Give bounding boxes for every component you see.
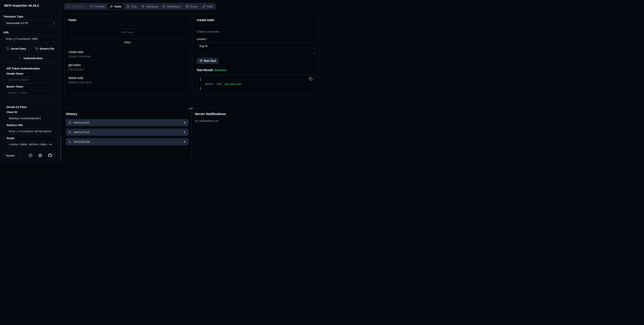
- tab-ping[interactable]: Ping: [124, 4, 139, 9]
- run-tool-button[interactable]: Run Tool: [196, 58, 218, 64]
- history-item-label: 3. tools/call: [69, 121, 90, 124]
- copy-result-button[interactable]: [309, 77, 312, 80]
- main-area: Resources Prompts Tools: [61, 0, 322, 162]
- copy-icon: [309, 77, 312, 80]
- tool-detail-description: Create a new todo: [196, 30, 315, 33]
- api-token-auth-title: API Token Authentication: [6, 67, 55, 70]
- history-item-label: 1. initialize: [69, 140, 90, 143]
- tool-list-item-get-todos[interactable]: get-todos List all todos: [68, 63, 186, 71]
- sidebar-footer: System: [0, 149, 61, 162]
- tool-detail-panel: create-todo Create a new todo content * …: [193, 14, 319, 96]
- footer-icons: [22, 154, 58, 158]
- tab-label: Auth: [207, 5, 213, 8]
- server-entry-label: Server Entry: [11, 47, 26, 50]
- message-square-icon: [163, 5, 166, 8]
- tool-result-label: Tool Result:: [196, 68, 214, 72]
- hash-icon: [142, 5, 144, 8]
- tool-list: create-todo Create a new todo get-todos …: [68, 50, 186, 84]
- notifications-empty-text: No notifications yet: [195, 119, 318, 122]
- json-body: error:"Not implemented": [200, 82, 312, 86]
- list-tools-button[interactable]: List Tools: [68, 29, 186, 36]
- message-square-icon: [90, 5, 93, 8]
- servers-file-label: Servers File: [40, 47, 54, 50]
- tool-description: List all todos: [68, 68, 186, 71]
- history-item-initialize[interactable]: 1. initialize: [66, 138, 188, 145]
- header-name-input[interactable]: [6, 77, 55, 83]
- tab-label: Roots: [190, 5, 198, 8]
- tab-label: Elicitations: [167, 5, 180, 8]
- transport-type-select[interactable]: Streamable HTTP: [3, 20, 58, 26]
- files-icon: [67, 5, 70, 8]
- tab-prompts[interactable]: Prompts: [88, 4, 107, 9]
- client-id-label: Client ID: [6, 111, 55, 114]
- tab-roots[interactable]: Roots: [183, 4, 200, 9]
- content-input[interactable]: Say Hi: [196, 42, 315, 54]
- tab-label: Ping: [131, 5, 136, 8]
- clear-button[interactable]: Clear: [68, 39, 186, 46]
- tool-description: Create a new todo: [68, 55, 186, 58]
- url-input[interactable]: [3, 36, 58, 42]
- redirect-url-label: Redirect URL: [6, 124, 55, 127]
- send-icon: [199, 60, 202, 62]
- tab-elicitations[interactable]: Elicitations: [160, 4, 183, 9]
- tool-description: Delete a todo by id: [68, 81, 186, 84]
- tab-auth[interactable]: Auth: [200, 4, 215, 9]
- bearer-token-label: Bearer Token: [6, 85, 55, 88]
- tool-name: get-todos: [68, 63, 186, 67]
- bottom-section: History 3. tools/call 2. tools/list: [61, 108, 322, 162]
- tools-panel-title: Tools: [68, 18, 76, 22]
- authentication-toggle[interactable]: Authentication: [3, 55, 58, 61]
- tab-sampling[interactable]: Sampling: [139, 4, 160, 9]
- run-tool-label: Run Tool: [204, 59, 216, 62]
- tab-tools[interactable]: Tools: [108, 4, 124, 9]
- client-id-input[interactable]: [6, 115, 55, 122]
- authentication-toggle-label: Authentication: [24, 57, 43, 60]
- theme-select-value: System: [6, 154, 15, 157]
- tools-panel-body: List Tools Clear create-todo Create a ne…: [64, 25, 190, 93]
- sidebar: MCP Inspector v0.16.2 Transport Type Str…: [0, 0, 61, 162]
- redirect-url-input[interactable]: [6, 128, 55, 134]
- content-input-wrapper: Say Hi: [196, 42, 315, 54]
- oauth-flow-card: OAuth 2.0 Flow Client ID Redirect URL Sc…: [3, 102, 58, 149]
- tool-list-item-create-todo[interactable]: create-todo Create a new todo: [68, 50, 186, 58]
- mcp-inspector-app: MCP Inspector v0.16.2 Transport Type Str…: [0, 0, 322, 162]
- scope-label: Scope: [6, 137, 55, 140]
- help-icon[interactable]: [28, 154, 32, 158]
- sidebar-header: MCP Inspector v0.16.2: [0, 0, 61, 12]
- tool-list-item-delete-todo[interactable]: delete-todo Delete a todo by id: [68, 76, 186, 84]
- tool-result-status: Success: [214, 68, 226, 72]
- tab-label: Sampling: [146, 5, 158, 8]
- hammer-icon: [110, 5, 113, 8]
- history-title: History: [66, 112, 188, 116]
- history-item-tools-list[interactable]: 2. tools/list: [66, 129, 188, 136]
- bell-icon: [126, 5, 130, 8]
- bug-icon[interactable]: [38, 154, 42, 158]
- server-entry-button[interactable]: Server Entry: [3, 46, 30, 52]
- tab-label: Prompts: [94, 5, 104, 8]
- tools-panel-header: Tools: [64, 14, 190, 25]
- chevron-down-icon: [18, 57, 22, 60]
- theme-select[interactable]: System: [3, 152, 22, 159]
- url-label: URL: [4, 31, 58, 34]
- expand-arrow-icon: [184, 122, 186, 124]
- tool-detail-header: create-todo: [193, 14, 318, 25]
- key-icon: [202, 5, 206, 8]
- server-notifications-title: Server Notifications: [195, 112, 318, 116]
- bearer-token-input[interactable]: [6, 90, 55, 96]
- tool-name: create-todo: [68, 50, 186, 54]
- servers-file-button[interactable]: Servers File: [32, 46, 58, 52]
- copy-icon: [35, 47, 38, 50]
- github-icon[interactable]: [48, 154, 52, 158]
- tab-resources[interactable]: Resources: [65, 4, 87, 9]
- cards-row: Tools List Tools Clear create-todo Creat…: [61, 14, 322, 96]
- json-open-brace: {: [200, 77, 312, 82]
- sidebar-body: Transport Type Streamable HTTP URL Serve…: [0, 12, 61, 149]
- history-item-tools-call[interactable]: 3. tools/call: [66, 119, 188, 126]
- pane-resize-handle[interactable]: [189, 108, 193, 109]
- transport-type-value: Streamable HTTP: [6, 22, 28, 25]
- sidebar-scrollbar[interactable]: [60, 136, 61, 161]
- required-marker: *: [207, 38, 208, 41]
- content-field-label: content *: [196, 38, 315, 41]
- scope-input[interactable]: [6, 141, 55, 148]
- history-panel: History 3. tools/call 2. tools/list: [61, 108, 192, 162]
